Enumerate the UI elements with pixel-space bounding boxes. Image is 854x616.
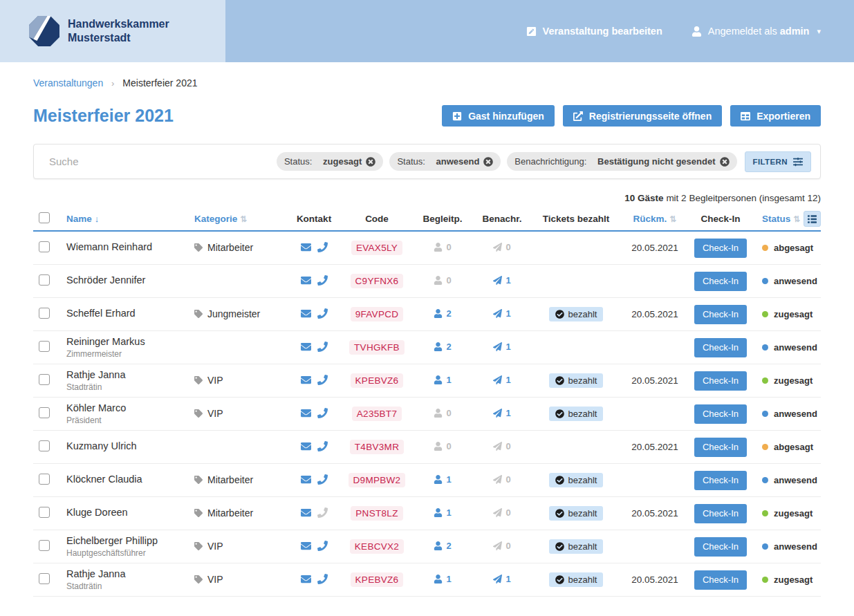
status-cell: abgesagt bbox=[758, 442, 821, 452]
email-icon[interactable] bbox=[301, 308, 311, 321]
export-button[interactable]: Exportieren bbox=[730, 105, 821, 127]
edit-event-link[interactable]: Veranstaltung bearbeiten bbox=[526, 26, 662, 37]
phone-icon[interactable] bbox=[317, 308, 328, 321]
companions-count: 0 bbox=[446, 242, 451, 252]
table-row: Wiemann Reinhard Mitarbeiter EVAX5LY 0 0… bbox=[33, 232, 821, 265]
email-icon[interactable] bbox=[301, 507, 311, 520]
row-checkbox[interactable] bbox=[39, 474, 50, 485]
guest-code[interactable]: 9FAVPCD bbox=[351, 307, 404, 321]
guest-code[interactable]: KPEBVZ6 bbox=[351, 572, 404, 587]
tag-icon bbox=[194, 376, 203, 384]
row-checkbox[interactable] bbox=[39, 540, 50, 551]
table-row: Kuzmany Ulrich T4BV3MR 0 0 bezahlt 20.05… bbox=[33, 431, 821, 464]
row-checkbox[interactable] bbox=[39, 274, 50, 286]
person-icon bbox=[434, 442, 443, 451]
check-in-button[interactable]: Check-In bbox=[694, 272, 747, 291]
guest-code[interactable]: KEBCVX2 bbox=[350, 539, 404, 554]
guest-subtitle: Stadträtin bbox=[66, 382, 194, 392]
filter-button[interactable]: FILTERN bbox=[745, 151, 812, 172]
companions-count: 1 bbox=[446, 375, 451, 385]
check-in-button[interactable]: Check-In bbox=[694, 504, 747, 523]
guest-code[interactable]: A235BT7 bbox=[352, 407, 402, 421]
row-checkbox[interactable] bbox=[39, 308, 50, 319]
octagon-logo-icon bbox=[29, 16, 59, 46]
row-checkbox[interactable] bbox=[39, 573, 50, 584]
filter-chip[interactable]: Status: anwesend bbox=[389, 152, 501, 171]
guest-code[interactable]: EVAX5LY bbox=[351, 241, 402, 255]
brand-logo[interactable]: Handwerkskammer Musterstadt bbox=[29, 16, 169, 46]
check-circle-icon bbox=[555, 476, 564, 485]
check-in-button[interactable]: Check-In bbox=[694, 338, 747, 357]
check-in-button[interactable]: Check-In bbox=[694, 471, 747, 490]
row-checkbox[interactable] bbox=[39, 407, 50, 418]
guest-code[interactable]: KPEBVZ6 bbox=[351, 373, 404, 388]
status-dot bbox=[762, 444, 768, 450]
remove-filter-icon[interactable] bbox=[483, 157, 493, 167]
guest-code[interactable]: PNST8LZ bbox=[351, 506, 402, 521]
paid-label: bezahlt bbox=[568, 541, 597, 552]
paid-badge: bezahlt bbox=[549, 572, 604, 587]
check-in-button[interactable]: Check-In bbox=[694, 537, 747, 557]
companions-count: 1 bbox=[446, 574, 451, 584]
response-date: 20.05.2021 bbox=[631, 309, 678, 319]
phone-icon[interactable] bbox=[317, 242, 328, 254]
notifications-count: 1 bbox=[505, 308, 510, 319]
email-icon[interactable] bbox=[301, 342, 311, 354]
row-checkbox[interactable] bbox=[39, 241, 50, 252]
check-in-button[interactable]: Check-In bbox=[694, 438, 747, 457]
open-registration-button[interactable]: Registrierungsseite öffnen bbox=[563, 105, 722, 127]
phone-icon[interactable] bbox=[317, 441, 328, 454]
remove-filter-icon[interactable] bbox=[720, 157, 730, 167]
phone-icon[interactable] bbox=[317, 375, 328, 387]
navbar-menu: Veranstaltung bearbeiten Angemeldet als … bbox=[225, 0, 854, 62]
contact-cell bbox=[281, 342, 347, 354]
check-in-button[interactable]: Check-In bbox=[694, 404, 747, 424]
paper-plane-icon bbox=[493, 442, 502, 451]
filter-chip[interactable]: Benachrichtigung: Bestätigung nicht gese… bbox=[507, 152, 736, 171]
breadcrumb: Veranstaltungen › Meisterfeier 2021 bbox=[33, 77, 821, 88]
phone-icon[interactable] bbox=[317, 507, 328, 520]
email-icon[interactable] bbox=[301, 242, 311, 254]
guest-code[interactable]: T4BV3MR bbox=[350, 440, 404, 454]
check-in-button[interactable]: Check-In bbox=[694, 371, 747, 391]
column-header-tickets: Tickets bezahlt bbox=[543, 214, 610, 224]
email-icon[interactable] bbox=[301, 275, 311, 288]
column-header-name[interactable]: Name↓ bbox=[66, 214, 99, 224]
email-icon[interactable] bbox=[301, 375, 311, 387]
email-icon[interactable] bbox=[301, 441, 311, 454]
column-settings-button[interactable] bbox=[804, 211, 821, 227]
breadcrumb-parent-link[interactable]: Veranstaltungen bbox=[33, 77, 103, 88]
column-header-rueckm[interactable]: Rückm.⇅ bbox=[633, 214, 677, 224]
table-row: Reininger Markus Zimmermeister TVHGKFB 2… bbox=[33, 331, 821, 364]
phone-icon[interactable] bbox=[317, 574, 328, 586]
guest-code[interactable]: D9MPBW2 bbox=[349, 473, 406, 487]
row-checkbox[interactable] bbox=[39, 341, 50, 352]
category-tag: VIP bbox=[194, 541, 223, 552]
email-icon[interactable] bbox=[301, 408, 311, 420]
check-in-button[interactable]: Check-In bbox=[694, 239, 747, 258]
guest-code[interactable]: TVHGKFB bbox=[349, 340, 405, 355]
email-icon[interactable] bbox=[301, 574, 311, 586]
select-all-checkbox[interactable] bbox=[39, 212, 50, 223]
check-in-button[interactable]: Check-In bbox=[694, 570, 747, 590]
filter-chip[interactable]: Status: zugesagt bbox=[277, 152, 383, 171]
row-checkbox[interactable] bbox=[39, 440, 50, 451]
category-label: Mitarbeiter bbox=[207, 474, 253, 485]
email-icon[interactable] bbox=[301, 474, 311, 487]
phone-icon[interactable] bbox=[317, 275, 328, 288]
row-checkbox[interactable] bbox=[39, 374, 50, 385]
email-icon[interactable] bbox=[301, 541, 311, 553]
guest-code[interactable]: C9YFNX6 bbox=[351, 274, 404, 288]
check-in-button[interactable]: Check-In bbox=[694, 305, 747, 324]
add-guest-button[interactable]: Gast hinzufügen bbox=[442, 105, 555, 127]
user-menu[interactable]: Angemeldet als admin ▾ bbox=[691, 26, 821, 37]
row-checkbox[interactable] bbox=[39, 507, 50, 518]
search-input[interactable] bbox=[49, 156, 277, 167]
phone-icon[interactable] bbox=[317, 474, 328, 487]
phone-icon[interactable] bbox=[317, 342, 328, 354]
column-header-status[interactable]: Status⇅ bbox=[762, 214, 800, 224]
phone-icon[interactable] bbox=[317, 408, 328, 420]
column-header-kategorie[interactable]: Kategorie⇅ bbox=[194, 214, 247, 224]
remove-filter-icon[interactable] bbox=[366, 157, 375, 167]
phone-icon[interactable] bbox=[317, 541, 328, 553]
